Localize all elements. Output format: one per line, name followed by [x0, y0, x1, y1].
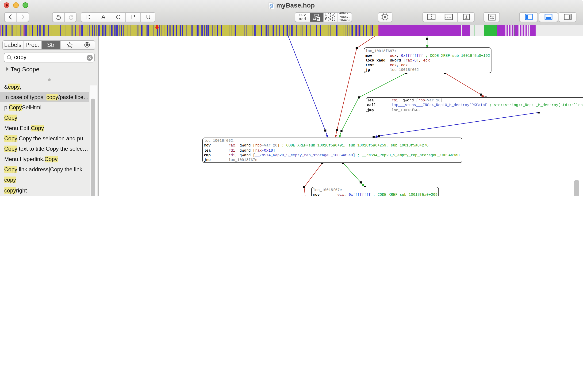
svg-text:1: 1	[465, 14, 468, 20]
